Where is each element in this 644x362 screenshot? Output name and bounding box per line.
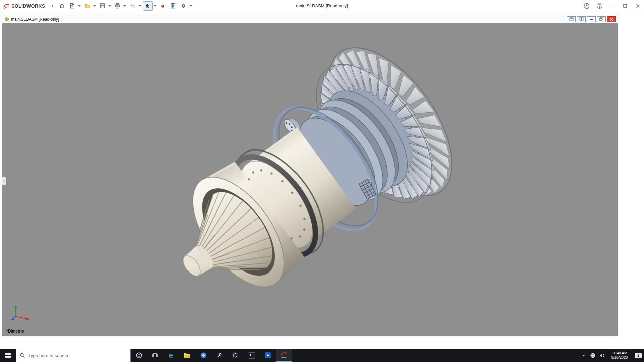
network-button[interactable]: [588, 349, 597, 362]
cortana-icon: [136, 352, 142, 359]
options-button[interactable]: [179, 1, 189, 11]
options-dropdown[interactable]: [190, 5, 192, 7]
open-button[interactable]: [83, 1, 92, 11]
document-window: main.SLDASM [Read-only]: [2, 15, 618, 336]
taskbar-app-steam[interactable]: [211, 349, 227, 362]
search-input[interactable]: [28, 353, 127, 358]
help-icon: ?: [597, 3, 602, 9]
clock[interactable]: 11:40 AM 9/16/2020: [606, 349, 633, 362]
app-titlebar: SOLIDWORKS: [0, 0, 644, 12]
doc-minimize-icon: [590, 19, 593, 20]
gear-icon: [180, 3, 187, 9]
select-cursor-icon: [145, 3, 151, 9]
print-button[interactable]: [113, 1, 122, 11]
single-pane-icon: [569, 17, 574, 21]
brand-text: SOLIDWORKS: [11, 3, 45, 9]
taskbar-search-box[interactable]: [16, 349, 131, 362]
speaker-icon: [599, 353, 605, 358]
terminal-icon: >_: [249, 352, 255, 359]
select-tool-button[interactable]: [143, 1, 153, 11]
tray-time: 11:40 AM: [611, 351, 628, 355]
close-icon: [636, 4, 640, 8]
graphics-viewport[interactable]: *Dimetric: [2, 23, 618, 336]
taskbar-app-edge[interactable]: e: [163, 349, 179, 362]
panel-expand-chevron[interactable]: [2, 177, 6, 185]
undo-button[interactable]: [128, 1, 138, 11]
select-tool-dropdown[interactable]: [154, 5, 156, 7]
macro-record-icon: [160, 3, 166, 9]
open-dropdown[interactable]: [93, 5, 96, 7]
file-explorer-icon: [184, 352, 191, 358]
start-button[interactable]: [0, 349, 16, 362]
app-window-title: main.SLDASM [Read-only]: [296, 3, 348, 8]
save-icon: [99, 3, 106, 9]
app-close-button[interactable]: [631, 0, 644, 12]
macro-record-button[interactable]: [158, 1, 168, 11]
help-button[interactable]: ?: [593, 0, 606, 12]
quad-pane-icon: [579, 17, 584, 21]
document-title: main.SLDASM [Read-only]: [11, 17, 59, 22]
new-document-dropdown[interactable]: [78, 5, 81, 7]
undo-icon: [129, 3, 136, 9]
hidden-icons-button[interactable]: [580, 349, 588, 362]
toolbar-expand-chevron-icon[interactable]: [52, 4, 54, 8]
doc-close-button[interactable]: [607, 16, 616, 22]
home-icon: [59, 3, 65, 9]
undo-dropdown[interactable]: [139, 5, 141, 7]
solidworks-taskbar-icon: [280, 352, 287, 356]
search-icon: [20, 353, 25, 358]
chevron-left-icon: [3, 179, 5, 183]
cortana-button[interactable]: [131, 349, 147, 362]
assembly-cube-icon: [4, 17, 9, 22]
app-maximize-button[interactable]: [619, 0, 631, 12]
doc-minimize-button[interactable]: [587, 16, 596, 22]
windows-start-icon: [5, 353, 11, 358]
design-report-button[interactable]: [168, 1, 178, 11]
ds-mark-icon: [3, 2, 10, 10]
orientation-triad: [10, 304, 33, 322]
taskbar-app-browser[interactable]: [195, 349, 211, 362]
maximize-icon: [623, 4, 627, 8]
design-report-icon: [170, 3, 176, 9]
tray-date: 9/16/2020: [611, 355, 628, 360]
taskbar-app-media[interactable]: [260, 349, 276, 362]
new-document-button[interactable]: [67, 1, 77, 11]
doc-restore-icon: [599, 17, 603, 21]
notification-center-button[interactable]: 2: [633, 349, 644, 362]
media-app-icon: [265, 352, 271, 358]
engine-3d-model: [2, 23, 618, 336]
taskbar-app-solidworks[interactable]: 2020: [276, 349, 292, 362]
notification-count-badge: 2: [635, 353, 642, 358]
volume-button[interactable]: [597, 349, 606, 362]
viewport-pane-single-button[interactable]: [567, 16, 576, 22]
chevron-up-icon: [582, 354, 586, 357]
home-button[interactable]: [57, 1, 67, 11]
print-icon: [114, 3, 121, 9]
view-orientation-label: *Dimetric: [6, 329, 24, 334]
taskbar-app-terminal[interactable]: >_: [244, 349, 260, 362]
minimize-icon: [611, 6, 614, 6]
network-globe-icon: [590, 353, 596, 358]
taskbar-app-file-explorer[interactable]: [179, 349, 195, 362]
hub-app-icon: [232, 352, 239, 359]
doc-close-icon: [610, 18, 613, 21]
task-view-button[interactable]: [147, 349, 163, 362]
solidworks-year-badge: 2020: [281, 356, 287, 359]
task-view-icon: [152, 352, 158, 358]
account-button[interactable]: [580, 0, 593, 12]
edge-icon: e: [169, 352, 173, 359]
save-button[interactable]: [98, 1, 107, 11]
taskbar: e: [0, 349, 644, 362]
solidworks-logo: SOLIDWORKS: [3, 2, 45, 10]
new-document-icon: [69, 3, 75, 9]
doc-restore-button[interactable]: [597, 16, 606, 22]
viewport-pane-quad-button[interactable]: [577, 16, 586, 22]
print-dropdown[interactable]: [123, 5, 126, 7]
browser-icon: [200, 352, 207, 359]
app-minimize-button[interactable]: [606, 0, 619, 12]
account-icon: [583, 3, 590, 9]
save-dropdown[interactable]: [108, 5, 111, 7]
taskbar-app-hub[interactable]: [227, 349, 244, 362]
steam-icon: [216, 352, 223, 359]
document-titlebar[interactable]: main.SLDASM [Read-only]: [2, 15, 618, 23]
